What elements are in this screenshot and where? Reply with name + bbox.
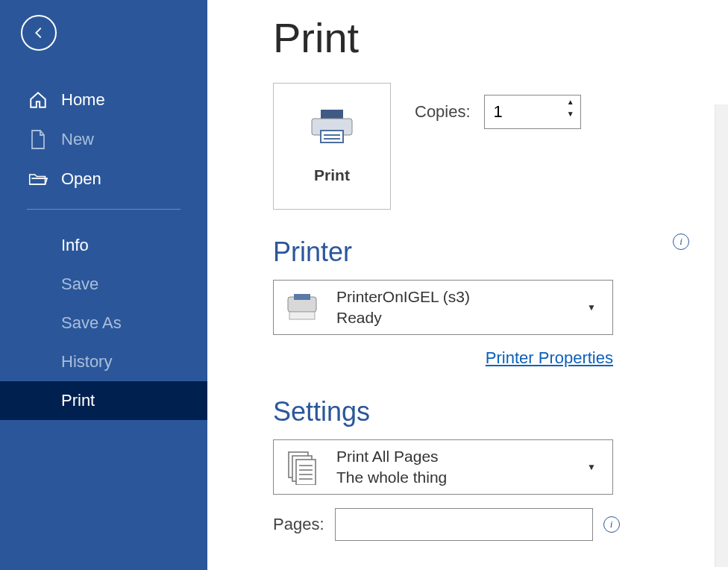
pages-info-icon[interactable]: i <box>603 516 620 533</box>
svg-rect-10 <box>296 460 316 485</box>
new-document-icon <box>28 129 48 150</box>
back-button[interactable] <box>21 15 57 51</box>
printer-info-icon[interactable]: i <box>673 234 689 250</box>
copies-decrement[interactable]: ▼ <box>567 110 574 118</box>
sidebar-item-info[interactable]: Info <box>0 226 207 265</box>
home-icon <box>28 90 48 110</box>
sidebar-item-open[interactable]: Open <box>0 160 207 198</box>
copies-value: 1 <box>494 102 503 122</box>
sidebar-item-history[interactable]: History <box>0 342 207 381</box>
settings-heading: Settings <box>273 396 691 428</box>
sidebar-item-label: Save <box>61 275 98 294</box>
pages-row: Pages: i <box>273 508 691 541</box>
printer-section: i Printer PrinterOnIGEL (s3) Ready ▼ Pri… <box>273 237 691 368</box>
svg-rect-0 <box>321 110 343 119</box>
print-button-label: Print <box>314 166 350 184</box>
sidebar-divider <box>27 209 181 210</box>
copies-increment[interactable]: ▲ <box>567 98 574 106</box>
printer-name: PrinterOnIGEL (s3) <box>336 288 563 306</box>
copies-control: Copies: 1 ▲ ▼ <box>415 95 581 129</box>
sidebar-item-new[interactable]: New <box>0 119 207 160</box>
printer-status: Ready <box>336 309 563 327</box>
printer-icon <box>309 108 355 145</box>
vertical-scrollbar[interactable] <box>715 104 728 567</box>
sidebar-item-label: New <box>61 130 94 149</box>
print-scope-subtitle: The whole thing <box>336 469 563 486</box>
copies-spinner[interactable]: 1 ▲ ▼ <box>484 95 581 129</box>
pages-stack-icon <box>284 449 320 485</box>
sidebar-item-save-as[interactable]: Save As <box>0 304 207 342</box>
printer-dropdown[interactable]: PrinterOnIGEL (s3) Ready ▼ <box>273 280 613 335</box>
page-title: Print <box>273 13 691 62</box>
sidebar-item-home[interactable]: Home <box>0 81 207 119</box>
sidebar-item-label: Open <box>61 169 101 189</box>
printer-heading: Printer <box>273 237 691 268</box>
settings-section: Settings Print All Pages The whole thing… <box>273 396 691 541</box>
chevron-down-icon: ▼ <box>580 302 602 313</box>
backstage-sidebar: Home New Open Info Save Save As History … <box>0 0 207 570</box>
sidebar-item-label: Print <box>61 391 95 410</box>
sidebar-item-label: History <box>61 352 112 372</box>
sidebar-item-label: Home <box>61 90 105 110</box>
print-button[interactable]: Print <box>273 83 391 210</box>
sidebar-item-label: Info <box>61 236 89 255</box>
print-scope-dropdown[interactable]: Print All Pages The whole thing ▼ <box>273 439 613 495</box>
print-scope-title: Print All Pages <box>336 448 563 466</box>
chevron-down-icon: ▼ <box>580 462 602 472</box>
pages-label: Pages: <box>273 515 324 534</box>
open-folder-icon <box>28 171 48 187</box>
sidebar-item-print[interactable]: Print <box>0 381 207 420</box>
svg-rect-6 <box>294 294 310 300</box>
printer-properties-link[interactable]: Printer Properties <box>273 348 613 368</box>
copies-label: Copies: <box>415 102 471 122</box>
printer-device-icon <box>284 294 320 321</box>
print-top-row: Print Copies: 1 ▲ ▼ <box>273 83 691 210</box>
back-arrow-icon <box>31 25 47 41</box>
print-backstage-panel: Print Print Copies: 1 ▲ ▼ i <box>207 0 728 570</box>
sidebar-item-label: Save As <box>61 313 122 333</box>
pages-input[interactable] <box>335 508 593 541</box>
svg-rect-2 <box>321 131 343 142</box>
svg-rect-7 <box>289 312 315 319</box>
sidebar-item-save[interactable]: Save <box>0 265 207 304</box>
